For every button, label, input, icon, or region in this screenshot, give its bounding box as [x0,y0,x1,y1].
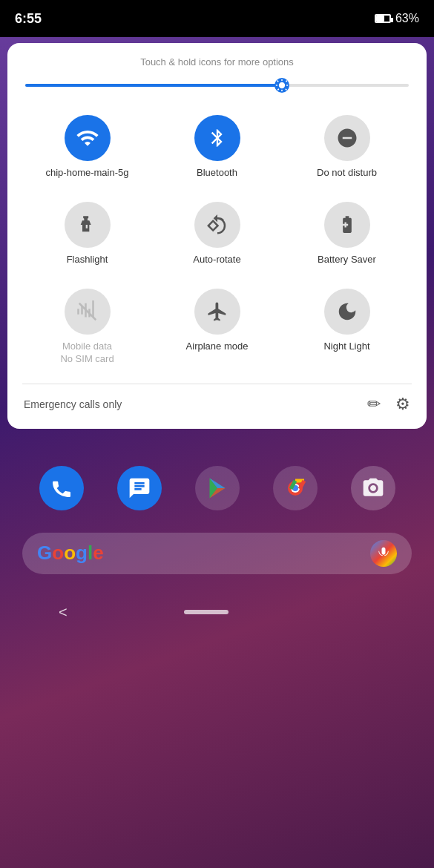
camera-icon [361,476,385,500]
battery-saver-icon [337,214,358,235]
home-button[interactable] [184,610,228,614]
dock-messages[interactable] [117,466,162,510]
nav-bar: < [0,589,434,628]
tile-batterysaver-circle [324,202,370,248]
tile-batterysaver[interactable]: Battery Saver [282,194,412,274]
tile-batterysaver-label: Battery Saver [318,254,376,266]
divider [22,384,412,384]
tile-dnd-label: Do not disturb [317,167,377,180]
tile-flashlight[interactable]: Flashlight [22,194,152,274]
emergency-text: Emergency calls only [24,398,122,410]
tile-nightlight[interactable]: Night Light [282,281,412,373]
play-icon [204,475,231,502]
tile-nightlight-circle [324,289,370,335]
tile-bluetooth-label: Bluetooth [197,167,237,180]
tile-dnd[interactable]: Do not disturb [282,108,412,187]
messages-icon [128,476,151,500]
phone-icon [50,476,73,500]
battery-icon [375,14,391,23]
bluetooth-icon [207,128,228,148]
google-logo: Google [37,542,104,565]
flashlight-icon [77,214,98,235]
back-button[interactable]: < [59,604,68,621]
mic-icon [376,546,391,561]
status-right: 63% [375,12,419,25]
brightness-thumb-icon [274,74,289,96]
wifi-icon [76,126,99,150]
tile-nightlight-label: Night Light [323,341,369,353]
airplane-icon [206,300,228,323]
chrome-icon [282,475,309,502]
dnd-icon [336,127,358,149]
tile-wifi[interactable]: chip-home-main-5g [22,108,152,187]
tile-airplane-circle [194,289,240,335]
battery-percent: 63% [395,12,419,25]
settings-button[interactable]: ⚙ [395,395,410,414]
tile-flashlight-circle [65,202,111,248]
tile-airplane[interactable]: Airplane mode [152,281,282,373]
tile-mobiledata-label: Mobile data No SIM card [60,341,114,366]
brightness-row[interactable] [22,78,412,93]
search-bar[interactable]: Google [22,533,412,574]
tile-mobiledata[interactable]: Mobile data No SIM card [22,281,152,373]
tile-flashlight-label: Flashlight [67,254,108,266]
dock-camera[interactable] [351,466,395,510]
voice-search-button[interactable] [370,540,397,567]
tile-airplane-label: Airplane mode [186,341,249,353]
battery-fill [376,16,384,22]
tile-dnd-circle [324,115,370,161]
tile-autorotate-label: Auto-rotate [193,254,240,266]
tile-wifi-circle [65,115,111,161]
qs-bottom-icons: ✏ ⚙ [367,395,410,414]
nightlight-icon [336,300,358,323]
brightness-track [25,84,409,87]
quick-settings-panel: Touch & hold icons for more options ch [7,43,427,429]
tile-wifi-label: chip-home-main-5g [46,167,129,180]
mobiledata-icon [76,300,99,323]
tile-mobiledata-circle [65,289,111,335]
dock-chrome[interactable] [273,466,318,510]
tile-bluetooth-circle [194,115,240,161]
tile-autorotate-circle [194,202,240,248]
dock-row [0,444,434,510]
brightness-slider[interactable] [25,78,409,93]
dock-phone[interactable] [39,466,84,510]
tile-bluetooth[interactable]: Bluetooth [152,108,282,187]
tile-autorotate[interactable]: Auto-rotate [152,194,282,274]
dock-play[interactable] [195,466,240,510]
status-bar: 6:55 63% [0,0,434,37]
autorotate-icon [206,214,228,236]
tiles-grid: chip-home-main-5g Bluetooth Do not distu… [22,108,412,373]
qs-bottom-bar: Emergency calls only ✏ ⚙ [22,395,412,414]
brightness-thumb [274,78,289,93]
brightness-fill [25,84,282,87]
time-display: 6:55 [15,11,42,27]
edit-button[interactable]: ✏ [367,395,381,414]
qs-hint: Touch & hold icons for more options [22,56,412,68]
